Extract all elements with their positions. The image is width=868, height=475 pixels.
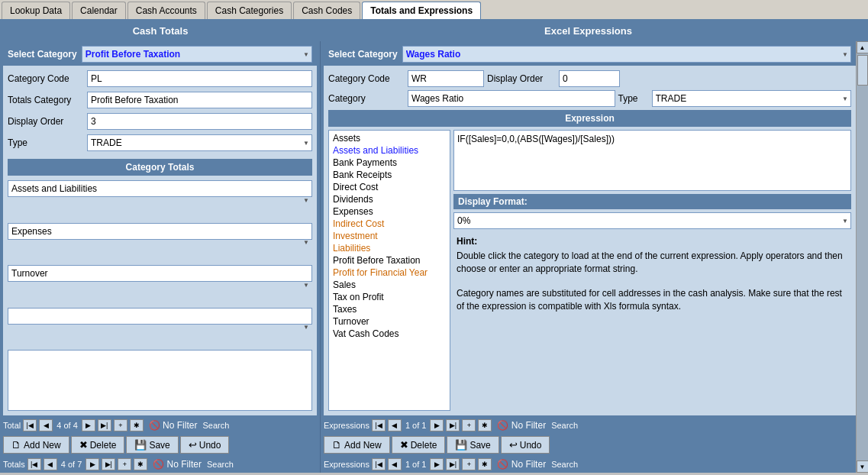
right-e-first[interactable]: |◀ — [372, 458, 386, 470]
left-select-category-row: Select Category Profit Before Taxation — [3, 43, 317, 66]
left-search-label: Search — [202, 421, 229, 430]
left-category-code-input[interactable] — [87, 70, 312, 87]
left-display-order-row: Display Order — [8, 113, 312, 130]
left-total-dropdown-2[interactable]: Expenses — [8, 223, 312, 263]
left-select-category[interactable]: Profit Before Taxation — [82, 46, 312, 63]
tab-totals-expressions[interactable]: Totals and Expressions — [362, 2, 481, 19]
list-item-indirect-cost[interactable]: Indirect Cost — [331, 218, 448, 230]
right-pager-last[interactable]: ▶| — [446, 419, 460, 431]
right-e-next[interactable]: ▶ — [430, 458, 444, 470]
right-pager-next[interactable]: ▶ — [430, 419, 444, 431]
left-pager-add[interactable]: + — [114, 419, 127, 431]
list-item-tax-on-profit[interactable]: Tax on Profit — [331, 291, 448, 303]
right-select-category[interactable]: Wages Ratio — [402, 46, 851, 63]
list-item-turnover[interactable]: Turnover — [331, 315, 448, 328]
list-item-profit-before-tax[interactable]: Profit Before Taxation — [331, 254, 448, 267]
left-totals-category-label: Totals Category — [8, 95, 84, 105]
left-panel-header: Cash Totals — [0, 21, 321, 41]
left-total-dropdown-4[interactable] — [8, 308, 312, 347]
tab-cash-categories[interactable]: Cash Categories — [207, 2, 292, 19]
right-pager-add[interactable]: + — [462, 419, 476, 431]
tab-lookup-data[interactable]: Lookup Data — [2, 2, 70, 19]
scroll-up-button[interactable]: ▲ — [857, 41, 869, 53]
list-item-bank-payments[interactable]: Bank Payments — [331, 157, 448, 169]
right-category-code-input[interactable] — [408, 70, 484, 87]
right-with-scroll: Select Category Wages Ratio Category Cod… — [321, 41, 868, 473]
tab-bar: Lookup Data Calendar Cash Accounts Cash … — [0, 0, 868, 21]
left-save-label: Save — [149, 440, 169, 451]
list-item-vat-cash-codes[interactable]: Vat Cash Codes — [331, 328, 448, 340]
left-t-first[interactable]: |◀ — [27, 458, 41, 470]
left-total-dropdown-1[interactable]: Assets and Liabilities — [8, 180, 312, 220]
right-e-prev[interactable]: ◀ — [388, 458, 402, 470]
list-item-taxes[interactable]: Taxes — [331, 303, 448, 315]
left-total-select-4[interactable] — [8, 308, 312, 325]
right-select-category-wrapper[interactable]: Wages Ratio — [402, 46, 851, 63]
list-item-bank-receipts[interactable]: Bank Receipts — [331, 169, 448, 181]
right-undo-button[interactable]: ↩ Undo — [501, 436, 550, 454]
list-item-dividends[interactable]: Dividends — [331, 193, 448, 205]
right-no-filter-label: 🚫 No Filter — [497, 420, 546, 431]
left-totals-category-input[interactable] — [87, 92, 312, 108]
left-t-last[interactable]: ▶| — [102, 458, 115, 470]
scroll-down-button[interactable]: ▼ — [857, 460, 869, 473]
display-format-select[interactable]: 0% — [453, 212, 851, 229]
left-total-select-1[interactable]: Assets and Liabilities — [8, 180, 312, 197]
left-pager-first[interactable]: |◀ — [23, 419, 37, 431]
left-totals-pager: Totals |◀ ◀ 4 of 7 ▶ ▶| + ✱ 🚫 No Filter … — [0, 456, 320, 473]
right-type-wrapper[interactable]: TRADE — [652, 90, 852, 107]
right-pager-asterisk[interactable]: ✱ — [478, 419, 492, 431]
left-undo-button[interactable]: ↩ Undo — [180, 436, 230, 454]
left-action-bar: 🗋 Add New ✖ Delete 💾 Save ↩ Undo — [0, 434, 320, 456]
left-t-prev[interactable]: ◀ — [44, 458, 57, 470]
expression-textarea[interactable]: IF([Sales]=0,0,(ABS([Wages])/[Sales])) — [453, 130, 851, 191]
list-item-direct-cost[interactable]: Direct Cost — [331, 181, 448, 193]
left-t-next[interactable]: ▶ — [86, 458, 99, 470]
right-delete-button[interactable]: ✖ Delete — [392, 436, 446, 454]
list-item-profit-financial-year[interactable]: Profit for Financial Year — [331, 267, 448, 279]
tab-cash-accounts[interactable]: Cash Accounts — [127, 2, 205, 19]
left-pager-asterisk[interactable]: ✱ — [130, 419, 144, 431]
left-pager-next[interactable]: ▶ — [82, 419, 95, 431]
list-item-liabilities[interactable]: Liabilities — [331, 242, 448, 254]
right-type-select[interactable]: TRADE — [652, 90, 852, 107]
display-format-header: Display Format: — [453, 194, 851, 209]
left-delete-button[interactable]: ✖ Delete — [71, 436, 125, 454]
right-display-order-input[interactable] — [559, 70, 620, 87]
left-pager-prev[interactable]: ◀ — [39, 419, 53, 431]
right-e-last[interactable]: ▶| — [446, 458, 460, 470]
left-type-select[interactable]: TRADE — [87, 134, 312, 151]
display-format-wrapper[interactable]: 0% — [453, 212, 851, 229]
scrollbar-thumb[interactable] — [857, 55, 868, 86]
list-item-sales[interactable]: Sales — [331, 279, 448, 291]
right-pager-prev[interactable]: ◀ — [388, 419, 402, 431]
tab-cash-codes[interactable]: Cash Codes — [293, 2, 360, 19]
left-total-select-2[interactable]: Expenses — [8, 223, 312, 240]
right-pager-first[interactable]: |◀ — [372, 419, 386, 431]
right-scrollbar[interactable]: ▲ ▼ — [856, 41, 868, 473]
scrollbar-track[interactable] — [857, 53, 868, 460]
right-e-asterisk[interactable]: ✱ — [478, 458, 492, 470]
left-total-select-3[interactable]: Turnover — [8, 265, 312, 282]
right-category-input[interactable] — [408, 90, 615, 107]
left-t-asterisk[interactable]: ✱ — [134, 458, 147, 470]
right-e-add[interactable]: + — [462, 458, 476, 470]
left-save-button[interactable]: 💾 Save — [126, 436, 178, 454]
right-add-new-button[interactable]: 🗋 Add New — [324, 436, 390, 454]
right-save-button[interactable]: 💾 Save — [447, 436, 499, 454]
tab-calendar[interactable]: Calendar — [72, 2, 126, 19]
left-pager-last[interactable]: ▶| — [98, 419, 111, 431]
left-select-category-wrapper[interactable]: Profit Before Taxation — [82, 46, 312, 63]
list-item-assets[interactable]: Assets — [331, 132, 448, 144]
left-total-dropdown-3[interactable]: Turnover — [8, 265, 312, 305]
right-add-icon: 🗋 — [332, 439, 342, 451]
left-add-new-button[interactable]: 🗋 Add New — [3, 436, 69, 454]
list-item-assets-liabilities[interactable]: Assets and Liabilities — [331, 144, 448, 157]
list-item-expenses[interactable]: Expenses — [331, 205, 448, 218]
right-category-type-row: Category Type TRADE — [328, 90, 851, 107]
left-type-wrapper[interactable]: TRADE — [87, 134, 312, 151]
left-display-order-input[interactable] — [87, 113, 312, 130]
hint-section: Hint: Double click the category to load … — [453, 232, 851, 315]
left-t-add[interactable]: + — [118, 458, 131, 470]
list-item-investment[interactable]: Investment — [331, 230, 448, 242]
